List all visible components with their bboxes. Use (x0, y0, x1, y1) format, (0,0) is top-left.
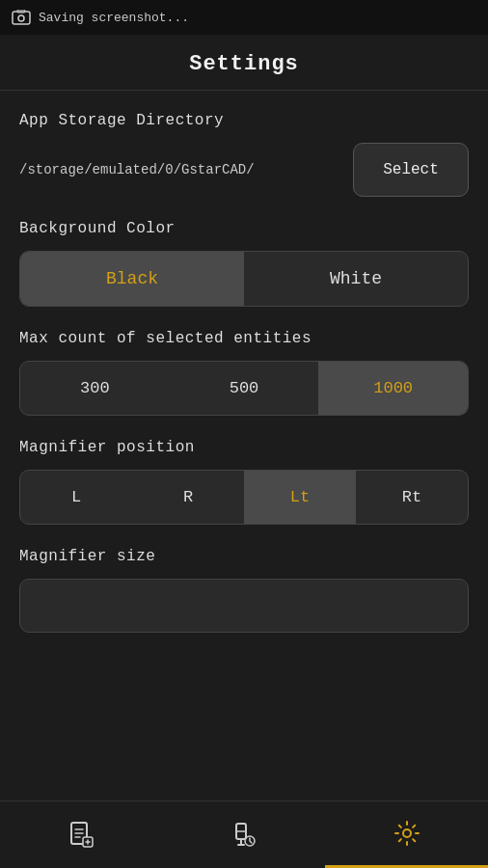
magnifier-size-toggle (19, 579, 469, 633)
nav-item-tool[interactable] (163, 801, 326, 868)
magnifier-position-toggle: L R Lt Rt (19, 470, 469, 525)
background-color-label: Background Color (19, 220, 469, 237)
settings-content: App Storage Directory /storage/emulated/… (0, 91, 488, 816)
magnifier-size-section: Magnifier size (19, 548, 469, 633)
max-count-section: Max count of selected entities 300 500 1… (19, 330, 469, 416)
status-bar: Saving screenshot... (0, 0, 488, 35)
gear-icon (392, 818, 422, 849)
nav-item-document[interactable] (0, 801, 163, 868)
max-count-label: Max count of selected entities (19, 330, 469, 347)
nav-item-settings[interactable] (325, 801, 488, 868)
document-icon (66, 820, 96, 851)
status-bar-text: Saving screenshot... (39, 11, 189, 25)
position-option-R[interactable]: R (132, 471, 244, 524)
magnifier-position-label: Magnifier position (19, 439, 469, 456)
svg-rect-0 (13, 12, 30, 24)
position-option-Rt[interactable]: Rt (356, 471, 468, 524)
app-header: Settings (0, 35, 488, 91)
page-title: Settings (189, 52, 299, 76)
magnifier-position-section: Magnifier position L R Lt Rt (19, 439, 469, 525)
count-option-500[interactable]: 500 (170, 362, 319, 415)
storage-section: App Storage Directory /storage/emulated/… (19, 112, 469, 197)
max-count-toggle: 300 500 1000 (19, 361, 469, 416)
size-option-small[interactable] (20, 580, 244, 632)
storage-path: /storage/emulated/0/GstarCAD/ (19, 162, 343, 177)
count-option-1000[interactable]: 1000 (318, 362, 468, 415)
svg-point-7 (403, 829, 411, 837)
background-color-section: Background Color Black White (19, 220, 469, 307)
size-option-medium[interactable] (244, 580, 468, 632)
svg-point-2 (18, 15, 24, 21)
background-color-toggle: Black White (19, 251, 469, 307)
color-option-black[interactable]: Black (20, 252, 244, 306)
position-option-L[interactable]: L (20, 471, 132, 524)
position-option-Lt[interactable]: Lt (244, 471, 356, 524)
storage-label: App Storage Directory (19, 112, 469, 129)
bottom-nav (0, 800, 488, 868)
magnifier-size-label: Magnifier size (19, 548, 469, 565)
select-button[interactable]: Select (353, 143, 469, 197)
storage-row: /storage/emulated/0/GstarCAD/ Select (19, 143, 469, 197)
screenshot-icon (12, 10, 31, 25)
color-option-white[interactable]: White (244, 252, 468, 306)
count-option-300[interactable]: 300 (20, 362, 170, 415)
tool-icon (229, 820, 259, 851)
